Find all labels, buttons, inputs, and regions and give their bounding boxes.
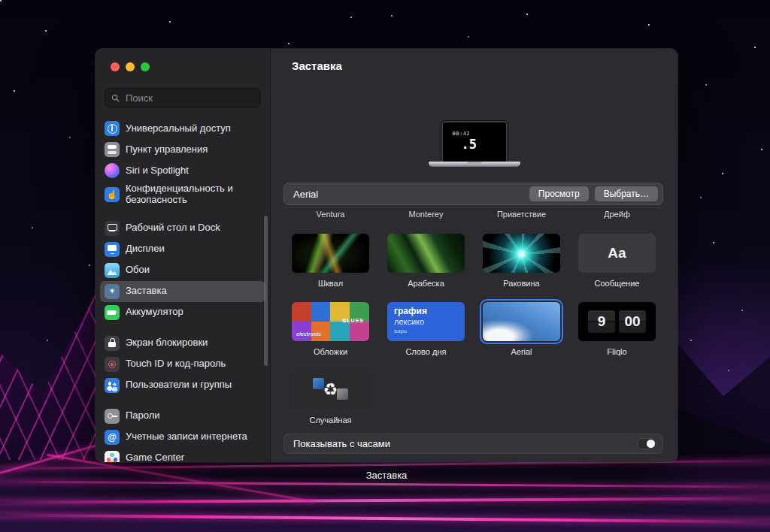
screensaver-thumb-albums[interactable]: electronic BLUES: [292, 302, 369, 341]
screensaver-thumb-random[interactable]: [292, 370, 369, 410]
desktop-dock-icon: [105, 221, 120, 236]
sidebar-item-label: Пользователи и группы: [126, 379, 232, 391]
screensaver-thumb-word-of-day[interactable]: графия лексико варь: [387, 302, 465, 341]
sidebar-item-label: Аккумулятор: [126, 307, 183, 318]
minimize-button[interactable]: [126, 62, 135, 71]
screensaver-label: Случайная: [292, 416, 369, 425]
screensaver-label-hello: Приветствие: [483, 210, 560, 219]
zoom-button[interactable]: [141, 62, 150, 71]
sidebar-item-privacy-security[interactable]: Конфиденциальность и безопасность: [100, 181, 265, 208]
fingerprint-icon: [105, 357, 120, 372]
privacy-hand-icon: [105, 187, 120, 202]
sidebar-item-accessibility[interactable]: Универсальный доступ: [100, 118, 265, 139]
toggle-knob: [647, 440, 655, 448]
screensaver-label-drift: Дрейф: [578, 210, 656, 219]
sidebar-item-label: Рабочий стол и Dock: [126, 222, 220, 234]
screensaver-cell-word-of-day: графия лексико варь Слово дня: [387, 302, 465, 356]
desktop: Универсальный доступ Пункт управления Si…: [0, 0, 770, 532]
screensaver-thumb-message[interactable]: Aa: [578, 234, 656, 273]
stars-decoration: [0, 0, 2, 2]
sidebar-item-label: Touch ID и код-пароль: [126, 358, 226, 370]
window-controls: [95, 62, 270, 71]
screensaver-cell-arabesque: Арабеска: [387, 234, 465, 288]
screensaver-thumb-shkval[interactable]: [292, 234, 369, 273]
game-center-icon: [105, 451, 120, 462]
screensaver-thumb-aerial-selected[interactable]: [483, 302, 560, 341]
selected-screensaver-name: Aerial: [293, 189, 523, 200]
screensaver-label-monterey: Monterey: [387, 210, 465, 219]
screensaver-label: Aerial: [483, 347, 560, 356]
preview-button[interactable]: Просмотр: [529, 186, 589, 201]
sidebar-item-internet-accounts[interactable]: Учетные записи интернета: [100, 427, 265, 448]
sidebar-item-passwords[interactable]: Пароли: [100, 406, 265, 427]
battery-icon: [105, 305, 120, 320]
word-line: графия: [394, 306, 465, 317]
at-sign-icon: [105, 430, 120, 445]
preview-screen: 00:42 .5: [441, 121, 508, 162]
control-center-icon: [105, 142, 120, 157]
word-line: лексико: [394, 317, 465, 328]
close-button[interactable]: [111, 62, 120, 71]
shuffle-recycle-icon: [292, 370, 369, 410]
screensaver-selector-bar: Aerial Просмотр Выбрать…: [283, 183, 663, 205]
sidebar-item-label: Экран блокировки: [126, 337, 208, 349]
screensaver-cell-random: Случайная: [292, 370, 369, 425]
sidebar-item-label: Заставка: [126, 286, 167, 297]
accessibility-icon: [105, 121, 120, 136]
sidebar-item-label: Пункт управления: [126, 144, 208, 156]
screensaver-cell-shkval: Шквал: [292, 234, 369, 288]
sidebar-item-label: Учетные записи интернета: [126, 431, 247, 443]
preview-clock: 00:42: [453, 131, 471, 137]
flip-clock-digit: 9: [588, 310, 615, 333]
search-field[interactable]: [105, 88, 261, 107]
screensaver-thumb-fliqlo[interactable]: 9 00: [578, 302, 656, 341]
sidebar-item-game-center[interactable]: Game Center: [100, 448, 265, 462]
screensaver-cell-shell: Раковина: [483, 234, 560, 288]
album-word: electronic: [296, 331, 321, 337]
settings-window: Универсальный доступ Пункт управления Si…: [95, 49, 678, 462]
screensaver-label: Арабеска: [387, 279, 465, 288]
sidebar-item-battery[interactable]: Аккумулятор: [100, 302, 265, 323]
sidebar-item-label: Дисплеи: [126, 243, 165, 255]
choose-button[interactable]: Выбрать…: [595, 186, 658, 201]
sidebar-item-label: Game Center: [126, 452, 184, 462]
sidebar-item-displays[interactable]: Дисплеи: [100, 239, 265, 260]
word-line: варь: [394, 328, 465, 335]
macbook-preview: 00:42 .5: [429, 121, 520, 167]
sidebar-nav: Универсальный доступ Пункт управления Si…: [95, 118, 270, 462]
wallpaper-icon: [105, 263, 120, 278]
key-icon: [105, 409, 120, 424]
screensaver-cell-message: Aa Сообщение: [578, 234, 656, 288]
preview-clock-large: .5: [462, 137, 477, 152]
macbook-base: [429, 162, 520, 167]
sidebar-item-touch-id[interactable]: Touch ID и код-пароль: [100, 354, 265, 375]
screensaver-label: Сообщение: [578, 279, 656, 288]
search-input[interactable]: [124, 92, 254, 104]
sidebar-item-users-groups[interactable]: Пользователи и группы: [100, 375, 265, 396]
sidebar-item-screen-saver[interactable]: Заставка: [100, 281, 265, 302]
sidebar-scrollbar[interactable]: [264, 216, 268, 366]
siri-icon: [105, 163, 120, 178]
message-thumb-text: Aa: [608, 245, 626, 261]
show-clock-label: Показывать с часами: [293, 438, 390, 449]
screensaver-cell-albums: electronic BLUES Обложки: [292, 302, 369, 356]
flip-clock-digit: 00: [619, 310, 646, 333]
sidebar-item-label: Универсальный доступ: [126, 123, 231, 135]
screensaver-thumb-shell[interactable]: [483, 234, 560, 273]
sidebar-item-label: Обои: [126, 264, 150, 276]
users-icon: [105, 378, 120, 393]
sidebar-item-label: Пароли: [126, 410, 160, 422]
grid-divider: [283, 207, 663, 208]
show-clock-toggle[interactable]: [637, 438, 656, 449]
screen-saver-pane: Заставка 00:42 .5 Aerial Просмотр Выбрат…: [271, 49, 678, 462]
screensaver-thumb-arabesque[interactable]: [387, 234, 465, 273]
sidebar-item-lock-screen[interactable]: Экран блокировки: [100, 333, 265, 354]
screensaver-label: Раковина: [483, 279, 560, 288]
search-icon: [111, 94, 120, 102]
sidebar-item-control-center[interactable]: Пункт управления: [100, 139, 265, 160]
sidebar-item-desktop-dock[interactable]: Рабочий стол и Dock: [100, 218, 265, 239]
sidebar-item-wallpaper[interactable]: Обои: [100, 260, 265, 281]
page-title: Заставка: [292, 59, 342, 72]
sidebar-item-siri-spotlight[interactable]: Siri и Spotlight: [100, 160, 265, 181]
lock-icon: [105, 336, 120, 351]
